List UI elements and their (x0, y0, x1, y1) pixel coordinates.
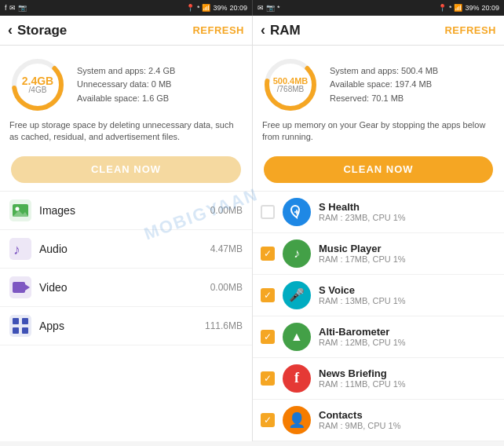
svg-rect-12 (13, 318, 19, 324)
ram-gauge-sub: /768MB (273, 86, 309, 93)
shealth-checkbox[interactable] (261, 205, 275, 219)
audio-icon: ♪ (9, 238, 31, 260)
loc2-icon: 📍 (438, 4, 447, 12)
storage-gauge: 2.4GB /4GB (9, 57, 66, 113)
svg-rect-9 (13, 282, 25, 293)
contacts-ram: RAM : 9MB, CPU 1% (319, 421, 496, 430)
check-icon: ✓ (264, 373, 272, 384)
audio-label: Audio (39, 243, 203, 255)
ram-refresh-button[interactable]: REFRESH (444, 24, 496, 36)
storage-info-top: 2.4GB /4GB System and apps: 2.4 GB Unnec… (9, 57, 243, 113)
storage-clean-btn-wrap: CLEAN NOW (0, 152, 252, 191)
list-item[interactable]: ✓ ♪ Music Player RAM : 17MB, CPU 1% (253, 233, 504, 275)
svg-point-4 (16, 207, 20, 210)
header-bars: ‹ Storage REFRESH ‹ RAM REFRESH (0, 16, 504, 46)
list-item[interactable]: ✓ 👤 Contacts RAM : 9MB, CPU 1% (253, 400, 504, 441)
contacts-icon: 👤 (283, 406, 311, 434)
storage-back-arrow[interactable]: ‹ (8, 22, 13, 38)
check-icon: ✓ (264, 415, 272, 426)
list-item[interactable]: Video 0.00MB (0, 269, 252, 307)
bt3-icon: * (449, 4, 452, 12)
storage-refresh-button[interactable]: REFRESH (192, 24, 244, 36)
ram-back-arrow[interactable]: ‹ (261, 22, 265, 38)
images-icon (9, 199, 31, 221)
video-value: 0.00MB (210, 282, 243, 293)
svg-rect-11 (9, 315, 31, 337)
storage-header: ‹ Storage REFRESH (0, 16, 252, 46)
cam-icon: 📷 (18, 4, 27, 12)
list-item[interactable]: ✓ f News Briefing RAM : 11MB, CPU 1% (253, 358, 504, 400)
storage-stat2: Unnecessary data: 0 MB (77, 78, 175, 92)
shealth-ram: RAM : 23MB, CPU 1% (319, 213, 496, 222)
storage-list: Images 0.00MB ♪ Audio 4.47MB (0, 192, 252, 345)
alti-checkbox[interactable]: ✓ (261, 330, 275, 344)
storage-title: Storage (17, 23, 67, 38)
svg-rect-13 (22, 318, 28, 324)
list-item[interactable]: ✓ ▲ Alti-Barometer RAM : 12MB, CPU 1% (253, 316, 504, 358)
storage-gauge-sub: /4GB (22, 86, 53, 94)
news-ram: RAM : 11MB, CPU 1% (319, 379, 496, 389)
list-item[interactable]: Apps 111.6MB (0, 307, 252, 345)
ram-stats: System and apps: 500.4 MB Available spac… (330, 64, 438, 106)
contacts-checkbox[interactable]: ✓ (261, 413, 275, 427)
music-icon: ♪ (283, 239, 311, 268)
ram-info-top: 500.4MB /768MB System and apps: 500.4 MB… (262, 57, 495, 113)
shealth-name: S Health (319, 201, 496, 213)
alti-icon: ▲ (283, 323, 311, 351)
right-status-left-icons: ✉ 📷 * (257, 4, 280, 12)
shealth-info: S Health RAM : 23MB, CPU 1% (319, 201, 496, 222)
storage-info-section: 2.4GB /4GB System and apps: 2.4 GB Unnec… (0, 46, 252, 152)
storage-clean-button[interactable]: CLEAN NOW (11, 156, 241, 183)
ram-info-section: 500.4MB /768MB System and apps: 500.4 MB… (253, 46, 504, 152)
apps-value: 111.6MB (205, 320, 243, 331)
svoice-name: S Voice (319, 284, 496, 296)
ram-title-group: ‹ RAM (261, 22, 301, 38)
storage-title-group: ‹ Storage (8, 22, 67, 38)
battery-text: 39% (213, 4, 227, 12)
ram-panel: 500.4MB /768MB System and apps: 500.4 MB… (252, 46, 504, 441)
list-item[interactable]: ♪ Audio 4.47MB (0, 230, 252, 269)
list-item[interactable]: Images 0.00MB (0, 192, 252, 230)
time-right: 20:09 (481, 4, 499, 12)
shealth-icon (283, 198, 311, 226)
alti-name: Alti-Barometer (319, 326, 496, 338)
left-status-bar: f ✉ 📷 📍 * 📶 39% 20:09 (0, 0, 252, 16)
svg-rect-14 (13, 327, 19, 334)
ram-title: RAM (270, 23, 301, 38)
storage-desc: Free up storage space by deleting unnece… (9, 119, 243, 144)
music-checkbox[interactable]: ✓ (261, 247, 275, 261)
status-bars: f ✉ 📷 📍 * 📶 39% 20:09 ✉ 📷 * 📍 * 📶 (0, 0, 504, 16)
signal-icon: 📶 (202, 4, 210, 12)
news-checkbox[interactable]: ✓ (261, 371, 275, 386)
svg-rect-15 (22, 327, 28, 334)
ram-header: ‹ RAM REFRESH (252, 16, 504, 46)
list-item[interactable]: S Health RAM : 23MB, CPU 1% (253, 192, 504, 233)
right-status-right-icons: 📍 * 📶 39% 20:09 (438, 4, 499, 12)
ram-stat3: Reserved: 70.1 MB (330, 92, 438, 106)
alti-ram: RAM : 12MB, CPU 1% (319, 338, 496, 347)
check-icon: ✓ (264, 248, 272, 259)
battery2-text: 39% (465, 4, 479, 12)
svoice-icon: 🎤 (283, 281, 311, 309)
contacts-name: Contacts (319, 409, 496, 421)
storage-stats: System and apps: 2.4 GB Unnecessary data… (77, 64, 175, 106)
svoice-checkbox[interactable]: ✓ (261, 288, 275, 302)
audio-value: 4.47MB (210, 243, 243, 254)
check-icon: ✓ (264, 290, 272, 301)
svoice-info: S Voice RAM : 13MB, CPU 1% (319, 284, 496, 305)
ram-clean-button[interactable]: CLEAN NOW (264, 156, 493, 183)
svoice-ram: RAM : 13MB, CPU 1% (319, 296, 496, 305)
list-item[interactable]: ✓ 🎤 S Voice RAM : 13MB, CPU 1% (253, 275, 504, 316)
storage-stat1: System and apps: 2.4 GB (77, 64, 175, 79)
fb-icon: f (5, 4, 7, 12)
main-panels: 2.4GB /4GB System and apps: 2.4 GB Unnec… (0, 46, 504, 441)
loc-icon: 📍 (186, 4, 195, 12)
video-icon (9, 276, 31, 298)
news-info: News Briefing RAM : 11MB, CPU 1% (319, 367, 496, 389)
ram-gauge: 500.4MB /768MB (262, 57, 319, 113)
ram-app-list: S Health RAM : 23MB, CPU 1% ✓ ♪ Music Pl… (253, 192, 504, 441)
msg-icon: ✉ (9, 4, 16, 12)
video-label: Video (39, 281, 203, 294)
apps-icon (9, 315, 31, 337)
left-status-left-icons: f ✉ 📷 (5, 4, 27, 12)
